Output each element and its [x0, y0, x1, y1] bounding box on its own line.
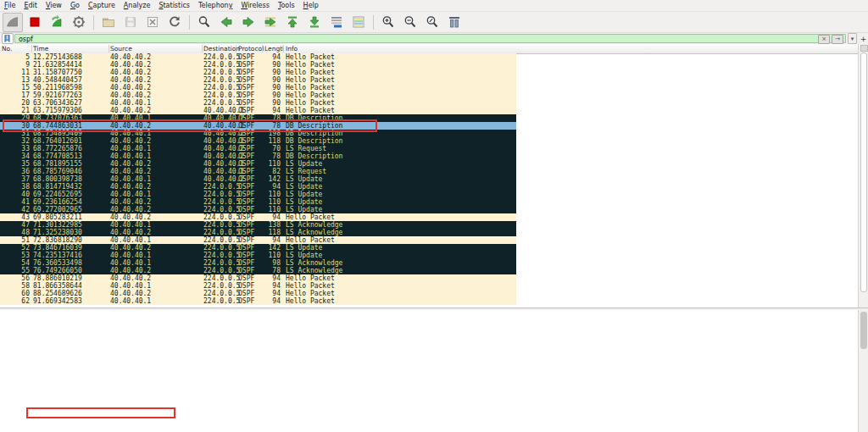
cell-dst: 224.0.0.5 — [203, 91, 240, 99]
column-separator[interactable] — [283, 45, 284, 53]
find-packet-button[interactable] — [194, 13, 214, 32]
cell-time: 71.301322985 — [33, 221, 82, 229]
column-header-length[interactable]: Length — [264, 44, 283, 53]
packet-row-35[interactable]: 3568.78189515540.40.40.240.40.40.1OSPF11… — [0, 160, 516, 168]
menu-capture[interactable]: Capture — [84, 0, 120, 11]
cell-dst: 224.0.0.5 — [203, 221, 240, 229]
packet-row-30[interactable]: 3068.74486303140.40.40.240.40.40.1OSPF78… — [0, 122, 516, 130]
cell-time: 81.866358644 — [33, 282, 82, 290]
filter-add-button[interactable]: + — [859, 34, 868, 43]
cell-info: LS Update — [286, 160, 322, 168]
stop-capture-button[interactable] — [25, 13, 45, 32]
packet-row-37[interactable]: 3768.80039873840.40.40.140.40.40.2OSPF14… — [0, 175, 516, 183]
cell-dst: 224.0.0.5 — [203, 282, 240, 290]
cell-src: 40.40.40.1 — [110, 297, 151, 305]
packet-row-62[interactable]: 6291.66934258340.40.40.1224.0.0.5OSPF94H… — [0, 297, 516, 305]
zoom-reset-button[interactable] — [422, 13, 442, 32]
packet-row-21[interactable]: 2163.71597930640.40.40.240.40.40.1OSPF94… — [0, 107, 516, 114]
restart-capture-button[interactable] — [47, 13, 67, 32]
packet-row-32[interactable]: 3268.76401260140.40.40.240.40.40.1OSPF11… — [0, 137, 516, 145]
column-header-info[interactable]: Info — [286, 44, 298, 53]
column-header-source[interactable]: Source — [110, 44, 132, 53]
go-first-button[interactable] — [282, 13, 303, 32]
reload-file-button[interactable] — [164, 13, 185, 32]
go-forward-button[interactable] — [238, 13, 259, 32]
packet-row-34[interactable]: 3468.77470851340.40.40.140.40.40.2OSPF78… — [0, 152, 516, 160]
menu-edit[interactable]: Edit — [19, 0, 42, 11]
packet-row-13[interactable]: 1340.54844045740.40.40.2224.0.0.5OSPF90H… — [0, 76, 516, 84]
packet-row-11[interactable]: 1131.15870775040.40.40.2224.0.0.5OSPF90H… — [0, 69, 516, 76]
display-filter-input[interactable]: ospf × → — [14, 34, 846, 43]
filter-bookmark-button[interactable] — [2, 33, 14, 44]
packet-row-36[interactable]: 3668.78576904640.40.40.240.40.40.1OSPF82… — [0, 168, 516, 175]
arrow-right-icon — [242, 15, 255, 29]
cell-src: 40.40.40.2 — [110, 91, 151, 99]
cell-len: 198 — [252, 130, 281, 137]
packet-row-43[interactable]: 4369.80528321140.40.40.2224.0.0.5OSPF94H… — [0, 213, 516, 221]
zoom-out-button[interactable] — [400, 13, 420, 32]
column-separator[interactable] — [262, 45, 263, 53]
packet-list-scrollbar-thumb[interactable] — [860, 53, 867, 292]
packet-row-58[interactable]: 5881.86635864440.40.40.1224.0.0.5OSPF94H… — [0, 282, 516, 290]
go-to-packet-button[interactable] — [260, 13, 281, 32]
menu-go[interactable]: Go — [66, 0, 84, 11]
menu-view[interactable]: View — [42, 0, 66, 11]
menu-statistics[interactable]: Statistics — [154, 0, 194, 11]
menu-file[interactable]: File — [0, 0, 19, 11]
cell-no: 56 — [0, 274, 30, 282]
cell-len: 94 — [252, 53, 281, 61]
packet-row-38[interactable]: 3868.81471943240.40.40.2224.0.0.5OSPF94L… — [0, 183, 516, 191]
zoom-in-button[interactable] — [378, 13, 398, 32]
packet-row-20[interactable]: 2063.70634362740.40.40.1224.0.0.5OSPF90H… — [0, 99, 516, 107]
packet-row-51[interactable]: 5172.83681829040.40.40.1224.0.0.5OSPF94H… — [0, 236, 516, 244]
column-separator[interactable] — [31, 45, 32, 53]
filter-clear-button[interactable]: × — [818, 35, 830, 44]
packet-row-33[interactable]: 3368.77226587640.40.40.140.40.40.2OSPF70… — [0, 145, 516, 152]
column-separator[interactable] — [236, 45, 236, 53]
menu-wireless[interactable]: Wireless — [236, 0, 273, 11]
packet-row-53[interactable]: 5374.23513741640.40.40.1224.0.0.5OSPF110… — [0, 252, 516, 259]
cell-src: 40.40.40.2 — [110, 76, 151, 84]
menu-tools[interactable]: Tools — [274, 0, 299, 11]
packet-row-17[interactable]: 1759.92167726340.40.40.2224.0.0.5OSPF90H… — [0, 91, 516, 99]
auto-scroll-button[interactable] — [326, 13, 347, 32]
detail-pane-scrollbar-thumb[interactable] — [860, 312, 867, 349]
packet-list-scrollbar[interactable] — [858, 44, 868, 307]
resize-columns-button[interactable] — [444, 13, 465, 32]
packet-row-54[interactable]: 5476.36053349840.40.40.1224.0.0.5OSPF98L… — [0, 259, 516, 267]
packet-row-31[interactable]: 3168.75489540940.40.40.140.40.40.2OSPF19… — [0, 130, 516, 137]
packet-row-60[interactable]: 6088.25468962640.40.40.2224.0.0.5OSPF94H… — [0, 290, 516, 297]
column-separator[interactable] — [108, 45, 109, 53]
filter-apply-button[interactable]: → — [832, 35, 843, 44]
packet-row-56[interactable]: 5678.88601021940.40.40.2224.0.0.5OSPF94H… — [0, 274, 516, 282]
column-header-destination[interactable]: Destination — [203, 44, 240, 53]
color-stripes-icon — [352, 15, 365, 29]
detail-pane-scrollbar[interactable] — [858, 310, 868, 432]
go-back-button[interactable] — [216, 13, 236, 32]
packet-row-5[interactable]: 512.27514368840.40.40.2224.0.0.5OSPF94He… — [0, 53, 516, 61]
packet-row-48[interactable]: 4871.32523803040.40.40.2224.0.0.5OSPF118… — [0, 229, 516, 236]
menu-help[interactable]: Help — [299, 0, 323, 11]
packet-row-52[interactable]: 5273.84671603940.40.40.2224.0.0.5OSPF142… — [0, 244, 516, 252]
capture-options-button[interactable] — [69, 13, 89, 32]
column-header-protocol[interactable]: Protocol — [238, 44, 264, 53]
menu-analyze[interactable]: Analyze — [120, 0, 155, 11]
colorize-packets-button[interactable] — [348, 13, 369, 32]
menu-telephony[interactable]: Telephony — [194, 0, 236, 11]
go-last-button[interactable] — [304, 13, 325, 32]
column-separator[interactable] — [202, 45, 203, 53]
packet-row-9[interactable]: 921.63285441440.40.40.2224.0.0.5OSPF90He… — [0, 61, 516, 69]
packet-row-40[interactable]: 4069.22465269540.40.40.1224.0.0.5OSPF110… — [0, 191, 516, 198]
packet-row-47[interactable]: 4771.30132298540.40.40.1224.0.0.5OSPF138… — [0, 221, 516, 229]
packet-row-55[interactable]: 5576.74926605040.40.40.2224.0.0.5OSPF78L… — [0, 267, 516, 274]
packet-row-41[interactable]: 4169.23616625440.40.40.2224.0.0.5OSPF110… — [0, 198, 516, 206]
column-header-no[interactable]: No. — [2, 44, 12, 53]
column-header-time[interactable]: Time — [33, 44, 48, 53]
packet-row-15[interactable]: 1550.21196859840.40.40.2224.0.0.5OSPF90H… — [0, 84, 516, 91]
filter-dropdown-button[interactable]: ▾ — [848, 33, 857, 44]
packet-row-42[interactable]: 4269.27200296540.40.40.2224.0.0.5OSPF110… — [0, 206, 516, 213]
shark-fin-icon — [6, 15, 19, 29]
packet-row-29[interactable]: 2968.73707636340.40.40.140.40.40.2OSPF78… — [0, 114, 516, 122]
start-capture-button[interactable] — [3, 13, 23, 32]
cell-dst: 224.0.0.5 — [203, 290, 240, 297]
